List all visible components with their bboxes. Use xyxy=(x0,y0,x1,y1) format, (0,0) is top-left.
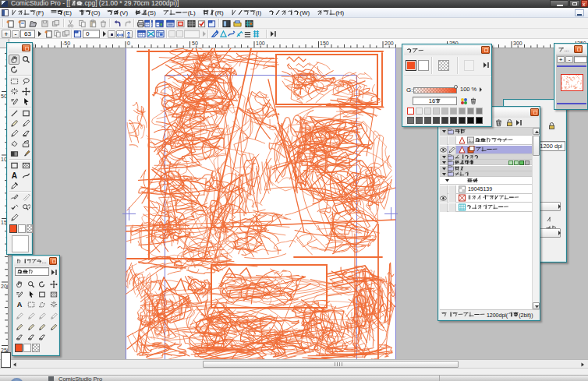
svg-text:0: 0 xyxy=(127,41,130,46)
svg-text:200: 200 xyxy=(1,284,9,289)
svg-text:150: 150 xyxy=(320,41,329,46)
svg-text:-50: -50 xyxy=(62,41,70,46)
svg-text:100: 100 xyxy=(256,41,265,46)
svg-text:300: 300 xyxy=(513,41,522,46)
svg-text:A: A xyxy=(11,171,17,180)
svg-text:200: 200 xyxy=(384,41,394,46)
svg-text:A: A xyxy=(17,301,23,309)
svg-text:50: 50 xyxy=(192,41,198,46)
